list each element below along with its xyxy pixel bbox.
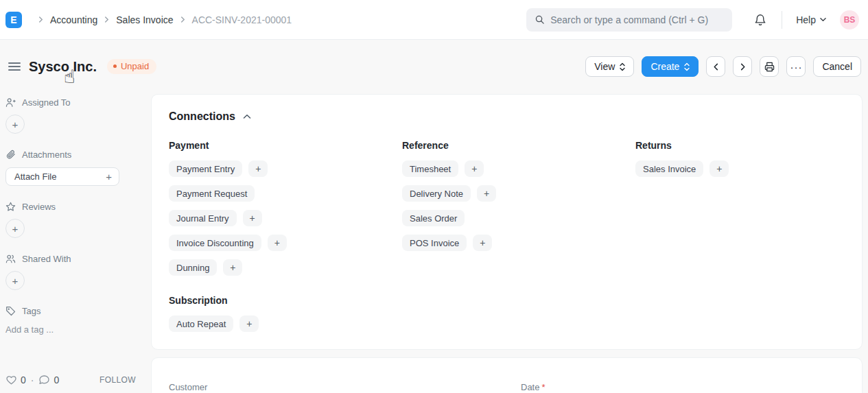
plus-icon: + <box>230 262 235 273</box>
add-connection-button[interactable]: + <box>473 235 492 251</box>
follow-button[interactable]: FOLLOW <box>99 375 136 385</box>
chevron-right-icon <box>739 63 747 71</box>
add-connection-button[interactable]: + <box>243 210 262 226</box>
connection-row: Delivery Note + <box>402 185 635 202</box>
page-actions: View Create ··· <box>585 56 861 77</box>
help-menu[interactable]: Help <box>796 14 826 25</box>
add-connection-button[interactable]: + <box>268 235 287 251</box>
add-connection-button[interactable]: + <box>248 160 268 177</box>
breadcrumb-current-document: ACC-SINV-2021-00001 <box>192 14 292 25</box>
connections-section-header[interactable]: Connections <box>169 110 845 123</box>
plus-icon: + <box>471 163 477 174</box>
add-connection-button[interactable]: + <box>239 315 259 332</box>
logo-letter: E <box>10 14 16 25</box>
avatar[interactable]: BS <box>840 10 859 29</box>
add-connection-button[interactable]: + <box>709 160 729 177</box>
connection-link-dunning[interactable]: Dunning <box>169 259 217 276</box>
plus-icon: + <box>246 318 252 329</box>
menu-more-button[interactable]: ··· <box>786 56 806 77</box>
app-logo[interactable]: E <box>5 12 22 28</box>
customer-label: Customer <box>169 382 207 392</box>
date-field-label: Date* <box>521 382 546 392</box>
connection-row: Payment Entry + <box>169 160 402 177</box>
connection-link-auto-repeat[interactable]: Auto Repeat <box>169 315 233 332</box>
connection-link-sales-invoice-return[interactable]: Sales Invoice <box>635 160 703 177</box>
attachments-label: Attachments <box>22 150 71 160</box>
add-assignment-button[interactable]: + <box>5 115 25 134</box>
connections-group-payment: Payment Payment Entry + Payment Request … <box>169 140 402 284</box>
connection-link-pos-invoice[interactable]: POS Invoice <box>402 235 467 251</box>
comments-count: 0 <box>54 374 59 385</box>
add-share-button[interactable]: + <box>5 271 25 290</box>
previous-document-button[interactable] <box>706 56 725 77</box>
plus-icon: + <box>250 213 255 224</box>
next-document-button[interactable] <box>733 56 752 77</box>
add-tag-input[interactable]: Add a tag ... <box>5 324 137 335</box>
assigned-to-label: Assigned To <box>22 97 71 108</box>
navbar-right: Help BS <box>526 8 859 32</box>
attach-file-button[interactable]: Attach File + <box>5 167 119 186</box>
navbar: E Accounting Sales Invoice ACC-SINV-2021… <box>0 0 868 40</box>
connection-link-invoice-discounting[interactable]: Invoice Discounting <box>169 235 261 251</box>
customer-field-label: Customer <box>169 382 207 392</box>
required-marker: * <box>541 382 545 392</box>
bell-icon <box>754 14 766 26</box>
connection-row: Sales Invoice + <box>635 160 845 177</box>
plus-icon: + <box>480 237 485 248</box>
subscription-group: Subscription Auto Repeat + <box>169 295 845 332</box>
connection-row: Invoice Discounting + <box>169 235 402 251</box>
assigned-to-section-label: Assigned To <box>5 97 137 108</box>
create-button[interactable]: Create <box>642 56 699 77</box>
status-badge-label: Unpaid <box>121 61 149 71</box>
chevron-right-icon <box>104 16 110 23</box>
users-icon <box>5 254 16 264</box>
sidebar-toggle-button[interactable] <box>5 59 23 74</box>
view-button[interactable]: View <box>585 56 634 77</box>
separator-dot: · <box>31 374 34 385</box>
add-review-button[interactable]: + <box>5 219 25 238</box>
connection-link-timesheet[interactable]: Timesheet <box>402 160 458 177</box>
chevron-down-icon <box>820 17 826 22</box>
connection-link-payment-entry[interactable]: Payment Entry <box>169 160 242 177</box>
add-connection-button[interactable]: + <box>465 160 484 177</box>
global-search[interactable] <box>526 8 732 32</box>
ellipsis-icon: ··· <box>790 62 802 72</box>
group-title: Reference <box>402 140 635 151</box>
add-connection-button[interactable]: + <box>477 185 496 202</box>
comment-icon[interactable] <box>38 374 50 385</box>
select-arrows-icon <box>684 62 690 71</box>
cancel-button-label: Cancel <box>822 61 852 72</box>
heart-icon[interactable] <box>5 374 17 385</box>
connection-row: Payment Request <box>169 185 402 202</box>
reviews-label: Reviews <box>22 202 56 212</box>
plus-icon: + <box>716 163 722 174</box>
notifications-button[interactable] <box>753 12 768 27</box>
tags-label: Tags <box>22 306 40 316</box>
tags-section-label: Tags <box>5 305 137 316</box>
breadcrumb-accounting[interactable]: Accounting <box>50 14 97 25</box>
connection-row: POS Invoice + <box>402 235 635 251</box>
breadcrumb-sales-invoice[interactable]: Sales Invoice <box>116 14 173 25</box>
group-title: Returns <box>635 140 845 151</box>
details-card: Customer Date* <box>151 357 863 393</box>
connection-link-sales-order[interactable]: Sales Order <box>402 210 465 226</box>
printer-icon <box>764 62 775 72</box>
cancel-button[interactable]: Cancel <box>813 56 861 77</box>
breadcrumb: Accounting Sales Invoice ACC-SINV-2021-0… <box>32 14 292 25</box>
connections-title: Connections <box>169 110 235 123</box>
plus-icon: + <box>255 163 261 174</box>
star-icon <box>5 202 16 212</box>
page-title[interactable]: Sysco Inc. <box>29 59 97 75</box>
print-button[interactable] <box>760 56 779 77</box>
connections-card: Connections Payment Payment Entry + Paym… <box>151 94 863 350</box>
avatar-initials: BS <box>844 15 856 25</box>
paperclip-icon <box>5 150 16 160</box>
navbar-divider <box>782 11 782 29</box>
connection-link-delivery-note[interactable]: Delivery Note <box>402 185 471 202</box>
create-button-label: Create <box>650 61 679 72</box>
connection-link-payment-request[interactable]: Payment Request <box>169 185 255 202</box>
connection-link-journal-entry[interactable]: Journal Entry <box>169 210 237 226</box>
add-connection-button[interactable]: + <box>223 259 242 276</box>
search-input[interactable] <box>550 14 724 25</box>
attachments-section-label: Attachments <box>5 149 137 160</box>
